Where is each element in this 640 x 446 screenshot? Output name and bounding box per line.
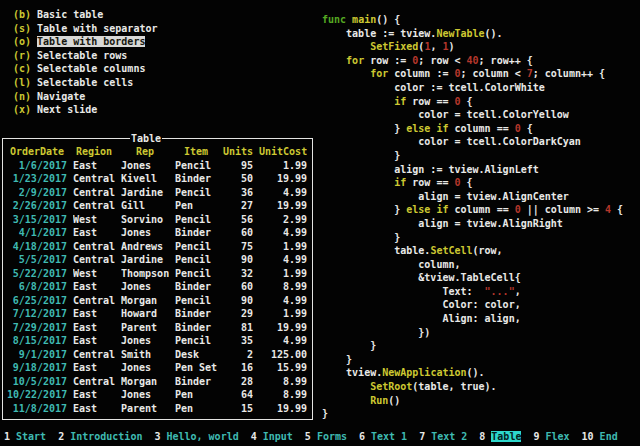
code-token: for bbox=[370, 68, 388, 79]
code-panel: func main() { table := tview.NewTable().… bbox=[322, 13, 623, 421]
code-token: (). bbox=[485, 28, 503, 39]
code-token: if bbox=[394, 96, 406, 107]
code-line: Text: "...", bbox=[322, 285, 623, 299]
menu-item-label: Next slide bbox=[37, 104, 97, 115]
code-token: &tview.TableCell{ bbox=[322, 272, 521, 283]
menu-item-basic-table[interactable]: (b)Basic table bbox=[13, 8, 157, 22]
table-cell: 19.99 bbox=[259, 402, 307, 416]
table-cell: Central bbox=[73, 186, 115, 200]
table-cell: East bbox=[73, 388, 115, 402]
statusbar-item-end[interactable]: 10End bbox=[582, 430, 618, 444]
table-cell: 9/1/2017 bbox=[7, 348, 67, 362]
code-token: { bbox=[521, 123, 533, 134]
table-cell: Central bbox=[73, 294, 115, 308]
code-token bbox=[322, 96, 394, 107]
code-line: } bbox=[322, 407, 623, 421]
statusbar-item-number: 7 bbox=[419, 431, 425, 442]
statusbar-item-hello-world[interactable]: 3Hello, world bbox=[154, 430, 238, 444]
statusbar-item-number: 10 bbox=[582, 431, 594, 442]
menu-item-selectable-rows[interactable]: (r)Selectable rows bbox=[13, 49, 157, 63]
table-header-cell: Region bbox=[73, 145, 115, 159]
table-cell: Jones bbox=[121, 280, 169, 294]
table-cell: Binder bbox=[175, 307, 217, 321]
table-row: 6/25/2017CentralMorganPencil904.99 bbox=[7, 294, 309, 308]
code-token: Text: bbox=[322, 286, 485, 297]
table-cell: 90 bbox=[223, 253, 253, 267]
code-token: if bbox=[436, 204, 448, 215]
code-line: if row == 0 { bbox=[322, 176, 623, 190]
table-cell: Jones bbox=[121, 388, 169, 402]
code-token: { bbox=[611, 204, 623, 215]
menu-item-label: Selectable columns bbox=[37, 63, 145, 74]
code-token: } bbox=[322, 204, 406, 215]
table-cell: Andrews bbox=[121, 240, 169, 254]
table-cell: Desk bbox=[175, 348, 217, 362]
menu-item-label: Table with borders bbox=[37, 36, 145, 47]
menu-item-key: (b) bbox=[13, 9, 31, 20]
statusbar-item-text-1[interactable]: 6Text 1 bbox=[359, 430, 407, 444]
table-cell: 64 bbox=[223, 388, 253, 402]
code-token: NewTable bbox=[436, 28, 484, 39]
menu-item-next-slide[interactable]: (x)Next slide bbox=[13, 103, 157, 117]
table-cell: Binder bbox=[175, 375, 217, 389]
menu-item-label: Navigate bbox=[37, 91, 85, 102]
table-cell: 4.99 bbox=[259, 253, 307, 267]
statusbar-item-start[interactable]: 1Start bbox=[4, 430, 46, 444]
code-token: table. bbox=[322, 245, 430, 256]
code-line: Run() bbox=[322, 394, 623, 408]
table-cell: 1.99 bbox=[259, 267, 307, 281]
statusbar-item-text-2[interactable]: 7Text 2 bbox=[419, 430, 467, 444]
table-cell: 5/22/2017 bbox=[7, 267, 67, 281]
code-token: tview. bbox=[322, 367, 382, 378]
menu-item-selectable-cells[interactable]: (l)Selectable cells bbox=[13, 76, 157, 90]
table-cell: Pencil bbox=[175, 253, 217, 267]
table-row: 3/15/2017WestSorvinoPencil562.99 bbox=[7, 213, 309, 227]
table-cell: 19.99 bbox=[259, 172, 307, 186]
code-line: table.SetCell(row, bbox=[322, 244, 623, 258]
code-line: color = tcell.ColorDarkCyan bbox=[322, 135, 623, 149]
code-token: SetFixed bbox=[370, 41, 418, 52]
statusbar-item-input[interactable]: 4Input bbox=[251, 430, 293, 444]
statusbar-item-label: Text 2 bbox=[431, 431, 467, 442]
table-cell: 16 bbox=[223, 361, 253, 375]
table-cell: East bbox=[73, 334, 115, 348]
statusbar-item-introduction[interactable]: 2Introduction bbox=[58, 430, 142, 444]
code-token: SetCell bbox=[430, 245, 472, 256]
statusbar-item-table[interactable]: 8Table bbox=[479, 430, 521, 444]
table-row: 5/5/2017CentralJardinePencil904.99 bbox=[7, 253, 309, 267]
code-token: row := bbox=[364, 55, 412, 66]
menu-item-selectable-columns[interactable]: (c)Selectable columns bbox=[13, 62, 157, 76]
table-title: Table bbox=[130, 132, 162, 145]
table-cell: Pen bbox=[175, 199, 217, 213]
code-token: } bbox=[322, 340, 376, 351]
code-token: } bbox=[322, 354, 352, 365]
code-token: 40 bbox=[467, 55, 479, 66]
table-cell: 15.99 bbox=[259, 361, 307, 375]
code-token: SetRoot bbox=[370, 381, 412, 392]
code-token: main bbox=[352, 14, 376, 25]
menu-item-table-with-separator[interactable]: (s)Table with separator bbox=[13, 22, 157, 36]
menu-item-label: Table with separator bbox=[37, 23, 157, 34]
table-cell: 81 bbox=[223, 321, 253, 335]
code-token bbox=[322, 41, 370, 52]
statusbar-item-label: Forms bbox=[317, 431, 347, 442]
menu-item-table-with-borders[interactable]: (o)Table with borders bbox=[13, 35, 157, 49]
menu-item-navigate[interactable]: (n)Navigate bbox=[13, 90, 157, 104]
table-cell: Central bbox=[73, 240, 115, 254]
code-token: color = tcell.ColorYellow bbox=[322, 109, 569, 120]
table-cell: 10/22/2017 bbox=[7, 388, 67, 402]
menu-item-key: (x) bbox=[13, 104, 31, 115]
menu-item-key: (n) bbox=[13, 91, 31, 102]
menu-item-key: (o) bbox=[13, 36, 31, 47]
table-cell: 10/5/2017 bbox=[7, 375, 67, 389]
table-cell: Jardine bbox=[121, 253, 169, 267]
code-token: color = tcell.ColorDarkCyan bbox=[322, 136, 581, 147]
table-cell: 8.99 bbox=[259, 280, 307, 294]
statusbar-item-forms[interactable]: 5Forms bbox=[305, 430, 347, 444]
statusbar-item-flex[interactable]: 9Flex bbox=[533, 430, 569, 444]
code-line: tview.NewApplication(). bbox=[322, 366, 623, 380]
menu-item-key: (l) bbox=[13, 77, 31, 88]
code-token: align := tview.AlignLeft bbox=[322, 164, 539, 175]
table-row: 7/12/2017EastHowardBinder291.99 bbox=[7, 307, 309, 321]
table-cell: 8.99 bbox=[259, 388, 307, 402]
